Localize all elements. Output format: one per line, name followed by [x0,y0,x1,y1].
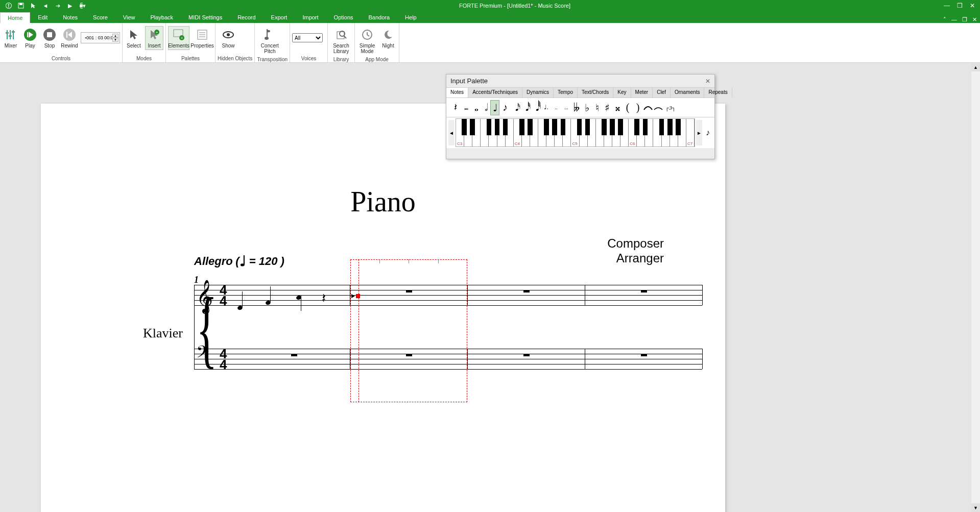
tuplet-icon[interactable]: ┌3┐ [664,100,677,115]
black-key[interactable] [487,119,492,135]
black-key[interactable] [577,119,582,135]
rewind-button[interactable]: Rewind [60,26,79,50]
stop-button[interactable]: Stop [41,26,58,50]
slur-icon[interactable] [654,100,663,115]
tab-notes[interactable]: Notes [55,12,85,23]
black-key[interactable] [659,119,664,135]
black-key[interactable] [634,119,639,135]
scroll-up-icon[interactable]: ▲ [971,63,980,71]
concert-pitch-button[interactable]: Concert Pitch [257,26,282,56]
doc-close-icon[interactable]: ✕ [972,16,977,23]
black-key[interactable] [602,119,607,135]
close-button[interactable]: ✕ [970,2,975,9]
properties-button[interactable]: Properties [192,26,213,50]
palette-tab-key[interactable]: Key [613,88,631,97]
tab-record[interactable]: Record [230,12,263,23]
double-sharp-icon[interactable]: 𝄪 [613,100,622,115]
tab-score[interactable]: Score [85,12,115,23]
thirtysecond-note-icon[interactable]: 𝅘𝅥𝅰 [521,100,530,115]
simple-mode-button[interactable]: Simple Mode [357,26,377,56]
save-icon[interactable] [17,2,25,9]
black-key[interactable] [462,119,467,135]
palette-tab-text[interactable]: Text/Chords [578,88,613,97]
palette-close-icon[interactable]: ✕ [705,78,710,85]
search-library-button[interactable]: Search Library [330,26,352,56]
black-key[interactable] [503,119,508,135]
print-icon[interactable]: ▾ [79,2,86,9]
black-key[interactable] [528,119,533,135]
palette-titlebar[interactable]: Input Palette ✕ [446,75,714,88]
keyboard-left-icon[interactable]: ◄ [448,120,455,145]
pos-up-icon[interactable]: ▲ [112,34,118,38]
keyboard-right-icon[interactable]: ► [696,120,702,145]
flat-icon[interactable]: ♭ [582,100,591,115]
doc-minimize-icon[interactable]: — [951,16,957,23]
black-key[interactable] [544,119,549,135]
ribbon-collapse-icon[interactable]: ˄ [943,16,946,23]
palette-tab-clef[interactable]: Clef [653,88,671,97]
minimize-button[interactable]: — [944,2,950,9]
app-icon[interactable]: f [5,2,12,9]
grand-staff[interactable]: { 𝄞 𝄢 44 [194,285,702,372]
tab-export[interactable]: Export [264,12,295,23]
restore-button[interactable]: ❐ [957,2,963,9]
black-key[interactable] [552,119,557,135]
palette-tab-accents[interactable]: Accents/Techniques [468,88,522,97]
position-display[interactable]: ▪001 : 03 00:01 ▲▼ [81,32,120,43]
mixer-button[interactable]: Mixer [2,26,19,50]
whole-note-icon[interactable]: 𝅝 [470,100,479,115]
natural-icon[interactable]: ♮ [592,100,602,115]
black-key[interactable] [585,119,590,135]
select-button[interactable]: Select [125,26,143,50]
black-key[interactable] [676,119,681,135]
elements-button[interactable]: + Elements [168,26,189,50]
piano-keyboard[interactable]: C3C4C5C6C7 [456,118,695,147]
cursor-icon[interactable] [30,2,37,9]
black-key[interactable] [519,119,524,135]
black-key[interactable] [643,119,648,135]
palette-tab-tempo[interactable]: Tempo [554,88,578,97]
palette-tab-notes[interactable]: Notes [446,88,468,97]
black-key[interactable] [667,119,673,135]
play-icon[interactable]: ▶ [66,2,74,9]
paren-close-icon[interactable]: ) [633,100,642,115]
palette-tab-repeats[interactable]: Repeats [704,88,732,97]
palette-tab-meter[interactable]: Meter [631,88,653,97]
double-whole-icon[interactable]: 𝅜 [460,100,469,115]
vertical-scrollbar[interactable]: ▲ ▼ [971,63,980,512]
keyboard-extra-icon[interactable]: ♪ [703,120,712,145]
voices-select[interactable]: All [292,33,323,42]
tie-icon[interactable] [643,100,653,115]
doc-restore-icon[interactable]: ❐ [962,16,967,23]
sixtyfourth-note-icon[interactable]: 𝅘𝅥𝅱 [531,100,540,115]
tab-view[interactable]: View [115,12,143,23]
triple-dot-icon[interactable]: ... [562,100,571,115]
black-key[interactable] [495,119,500,135]
tab-edit[interactable]: Edit [30,12,55,23]
black-key[interactable] [618,119,623,135]
tab-playback[interactable]: Playback [142,12,181,23]
eighth-note-icon[interactable]: ♪ [500,100,510,115]
forward-icon[interactable]: ➔ [54,2,61,9]
black-key[interactable] [561,119,566,135]
tab-bandora[interactable]: Bandora [361,12,398,23]
show-hidden-button[interactable]: Show [218,26,239,50]
tab-help[interactable]: Help [397,12,424,23]
night-button[interactable]: Night [379,26,397,50]
sixteenth-note-icon[interactable]: 𝅘𝅥𝅯 [511,100,520,115]
instrument-name[interactable]: Klavier [143,326,183,341]
play-button[interactable]: Play [21,26,39,50]
black-key[interactable] [610,119,615,135]
dot-icon[interactable]: ♩. [541,100,551,115]
sharp-icon[interactable]: ♯ [603,100,612,115]
double-dot-icon[interactable]: .. [552,100,561,115]
tempo-marking[interactable]: Allegro (♩ = 120 ) [194,252,284,269]
rest-tool-icon[interactable]: 𝄽 [449,100,459,115]
pos-down-icon[interactable]: ▼ [112,38,118,42]
paren-open-icon[interactable]: ( [623,100,632,115]
scroll-down-icon[interactable]: ▼ [971,503,980,512]
score-title[interactable]: Piano [41,185,725,218]
tab-options[interactable]: Options [326,12,361,23]
tab-home[interactable]: Home [0,12,30,23]
input-palette[interactable]: Input Palette ✕ Notes Accents/Techniques… [446,74,715,159]
